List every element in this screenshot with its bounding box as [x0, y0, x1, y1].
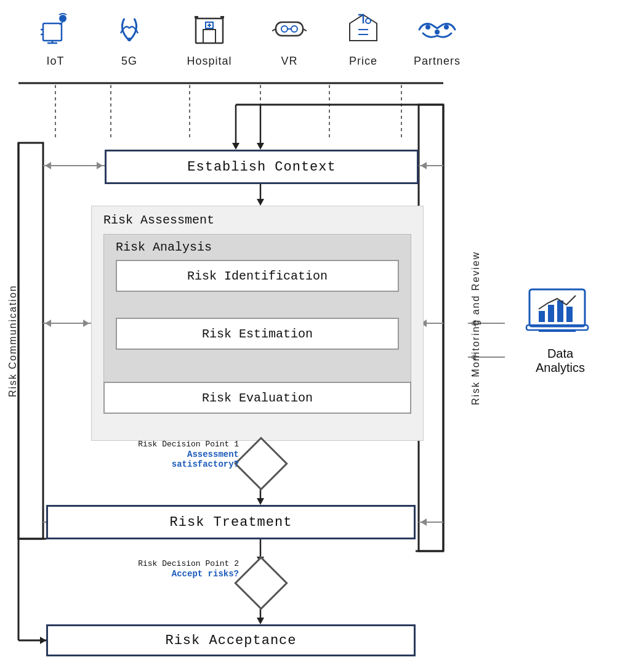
- svg-rect-86: [539, 311, 545, 322]
- data-analytics-label: Data Analytics: [536, 347, 585, 375]
- svg-marker-35: [83, 320, 89, 327]
- hospital-label: Hospital: [187, 55, 231, 68]
- risk-monitoring-label: Risk Monitoring and Review: [468, 105, 484, 551]
- svg-point-81: [425, 25, 430, 30]
- risk-estimation-box: Risk Estimation: [116, 318, 399, 350]
- svg-rect-70: [195, 16, 198, 18]
- icon-item-iot: IoT: [18, 11, 92, 68]
- price-label: Price: [349, 55, 377, 68]
- risk-evaluation-box: Risk Evaluation: [103, 382, 411, 414]
- data-analytics-icon: [523, 277, 597, 342]
- icons-row: IoT 5G: [18, 11, 626, 68]
- svg-rect-85: [526, 325, 588, 330]
- risk-communication-label: Risk Communication: [5, 143, 21, 539]
- establish-context-label: Establish Context: [187, 159, 336, 175]
- svg-marker-43: [421, 162, 427, 169]
- svg-rect-71: [220, 16, 224, 18]
- iot-label: IoT: [46, 55, 64, 68]
- decision-diamond-1: [234, 437, 288, 491]
- vr-icon: [272, 11, 307, 52]
- decision1-question: Assessment satisfactory?: [81, 449, 239, 469]
- svg-marker-8: [232, 143, 239, 150]
- iot-icon: [38, 11, 73, 52]
- icon-item-hospital: Hospital: [166, 11, 252, 68]
- decision-diamond-2: [234, 556, 288, 610]
- risk-treatment-label: Risk Treatment: [170, 515, 292, 530]
- risk-estimation-label: Risk Estimation: [202, 327, 313, 341]
- diagram-container: IoT 5G: [0, 0, 644, 665]
- risk-acceptance-box: Risk Acceptance: [46, 624, 416, 656]
- svg-point-74: [291, 26, 297, 32]
- svg-marker-47: [421, 518, 427, 526]
- icon-item-partners: Partners: [400, 11, 474, 68]
- svg-point-73: [281, 26, 288, 32]
- icon-item-price: Price: [326, 11, 400, 68]
- establish-context-box: Establish Context: [105, 150, 419, 184]
- svg-marker-23: [257, 498, 264, 505]
- icon-item-5g: 5G: [92, 11, 166, 68]
- risk-identification-box: Risk Identification: [116, 260, 399, 292]
- partners-label: Partners: [414, 55, 461, 68]
- svg-rect-89: [566, 307, 573, 322]
- decision2-label: Risk Decision Point 2: [81, 559, 239, 568]
- risk-treatment-box: Risk Treatment: [46, 505, 416, 539]
- svg-rect-87: [548, 305, 554, 322]
- risk-identification-label: Risk Identification: [187, 269, 328, 283]
- decision1-label: Risk Decision Point 1: [81, 440, 239, 449]
- risk-acceptance-label: Risk Acceptance: [165, 633, 296, 648]
- price-icon: [346, 11, 380, 52]
- svg-rect-28: [18, 143, 43, 539]
- svg-marker-15: [257, 199, 264, 206]
- vr-label: VR: [281, 55, 297, 68]
- svg-marker-27: [257, 618, 264, 624]
- icon-item-vr: VR: [252, 11, 326, 68]
- 5g-icon: [112, 11, 147, 52]
- svg-marker-10: [257, 143, 264, 150]
- data-analytics-area: Data Analytics: [505, 277, 616, 375]
- partners-icon: [416, 11, 459, 52]
- 5g-label: 5G: [121, 55, 137, 68]
- risk-analysis-box: [103, 234, 411, 385]
- svg-point-62: [59, 15, 66, 22]
- svg-marker-32: [97, 162, 103, 169]
- svg-point-64: [127, 38, 131, 41]
- svg-point-82: [444, 25, 449, 30]
- svg-point-83: [435, 30, 440, 34]
- svg-rect-57: [43, 23, 62, 41]
- svg-rect-66: [203, 30, 215, 43]
- svg-marker-56: [40, 637, 46, 644]
- svg-marker-34: [45, 320, 51, 327]
- svg-point-78: [366, 18, 371, 23]
- svg-rect-88: [557, 300, 563, 322]
- risk-assessment-label: Risk Assessment: [103, 213, 214, 227]
- decision2-question: Accept risks?: [81, 569, 239, 579]
- risk-evaluation-label: Risk Evaluation: [202, 391, 313, 405]
- risk-analysis-label: Risk Analysis: [116, 240, 212, 254]
- hospital-icon: [191, 11, 228, 52]
- svg-marker-31: [45, 162, 51, 169]
